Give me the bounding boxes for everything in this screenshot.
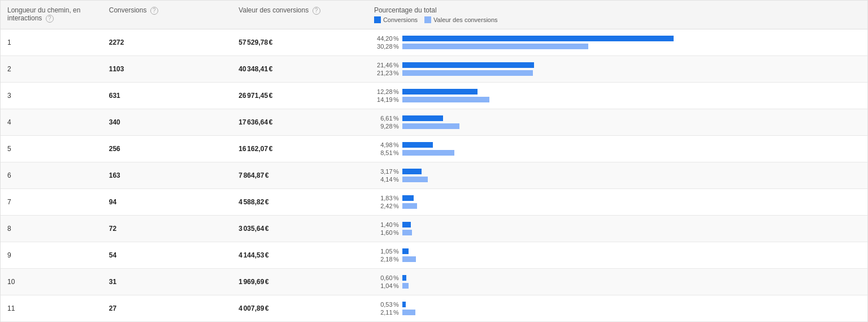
col-value-label: Valeur des conversions	[238, 6, 309, 14]
data-table: Longueur du chemin, en interactions ? Co…	[1, 1, 867, 322]
cell-length: 7	[1, 189, 102, 216]
val-pct-label: 30,28 %	[374, 43, 399, 50]
value-amount: 7 864,87 €	[238, 171, 268, 179]
col-conversions-help-icon[interactable]: ?	[150, 7, 158, 15]
conv-pct-label: 12,28 %	[374, 88, 399, 95]
val-bar-track	[402, 230, 861, 235]
table-row: 2110340 348,41 €21,46 %21,23 %	[1, 56, 867, 83]
cell-value: 4 588,82 €	[232, 189, 367, 216]
conv-bar-track	[402, 302, 861, 307]
bar-row-value: 1,60 %	[374, 229, 861, 236]
val-bar-fill	[402, 310, 415, 315]
table-row: 10311 969,69 €0,60 %1,04 %	[1, 269, 867, 295]
val-pct-label: 2,18 %	[374, 256, 399, 263]
cell-percentage: 44,20 %30,28 %	[367, 29, 867, 56]
val-bar-track	[402, 283, 861, 289]
bar-row-value: 2,18 %	[374, 256, 861, 263]
val-bar-track	[402, 123, 861, 129]
conv-bar-track	[402, 195, 861, 201]
bar-row-value: 2,11 %	[374, 309, 861, 316]
bar-container: 44,20 %30,28 %	[374, 35, 861, 50]
cell-length: 4	[1, 109, 102, 136]
cell-length: 10	[1, 269, 102, 295]
value-amount: 16 162,07 €	[238, 145, 272, 153]
bar-row-value: 1,04 %	[374, 282, 861, 289]
val-bar-fill	[402, 230, 412, 235]
cell-value: 26 971,45 €	[232, 83, 367, 109]
val-pct-label: 9,28 %	[374, 123, 399, 130]
cell-length: 8	[1, 216, 102, 242]
conv-bar-fill	[402, 142, 433, 148]
val-bar-fill	[402, 177, 428, 182]
table-row: 61637 864,87 €3,17 %4,14 %	[1, 162, 867, 189]
val-bar-track	[402, 97, 861, 102]
cell-percentage: 1,83 %2,42 %	[367, 189, 867, 216]
val-pct-label: 1,60 %	[374, 229, 399, 236]
val-pct-label: 1,04 %	[374, 282, 399, 289]
cell-percentage: 3,17 %4,14 %	[367, 162, 867, 189]
cell-conversions: 2272	[102, 29, 232, 56]
conv-pct-label: 4,98 %	[374, 141, 399, 148]
col-header-length: Longueur du chemin, en interactions ?	[1, 1, 102, 29]
conv-bar-track	[402, 115, 861, 121]
conversions-value: 31	[109, 278, 116, 286]
conv-bar-track	[402, 169, 861, 174]
val-pct-label: 2,42 %	[374, 203, 399, 209]
val-bar-track	[402, 177, 861, 182]
legend: Conversions Valeur des conversions	[374, 16, 861, 23]
val-bar-track	[402, 310, 861, 315]
val-bar-fill	[402, 150, 454, 156]
cell-conversions: 94	[102, 189, 232, 216]
bar-container: 4,98 %8,51 %	[374, 141, 861, 156]
cell-value: 40 348,41 €	[232, 56, 367, 83]
cell-value: 3 035,64 €	[232, 216, 367, 242]
cell-length: 3	[1, 83, 102, 109]
val-bar-fill	[402, 123, 459, 129]
bar-row-conversions: 21,46 %	[374, 62, 861, 68]
bar-row-conversions: 1,40 %	[374, 221, 861, 228]
conversions-value: 256	[109, 145, 120, 153]
value-amount: 3 035,64 €	[238, 225, 268, 233]
bar-row-conversions: 0,53 %	[374, 301, 861, 308]
val-pct-label: 4,14 %	[374, 176, 399, 183]
cell-percentage: 12,28 %14,19 %	[367, 83, 867, 109]
cell-conversions: 631	[102, 83, 232, 109]
legend-conversions: Conversions	[374, 16, 418, 23]
cell-percentage: 0,60 %1,04 %	[367, 269, 867, 295]
bar-container: 6,61 %9,28 %	[374, 115, 861, 130]
cell-value: 16 162,07 €	[232, 136, 367, 162]
cell-length: 5	[1, 136, 102, 162]
conv-bar-fill	[402, 248, 409, 254]
val-bar-track	[402, 150, 861, 156]
cell-conversions: 340	[102, 109, 232, 136]
legend-conversions-dot	[374, 16, 381, 23]
legend-value-label: Valeur des conversions	[433, 16, 498, 23]
bar-container: 12,28 %14,19 %	[374, 88, 861, 103]
bar-row-value: 30,28 %	[374, 43, 861, 50]
conv-bar-track	[402, 275, 861, 281]
cell-length: 1	[1, 29, 102, 56]
bar-row-conversions: 44,20 %	[374, 35, 861, 42]
table-row: 9544 144,53 €1,05 %2,18 %	[1, 242, 867, 269]
cell-value: 17 636,64 €	[232, 109, 367, 136]
col-value-help-icon[interactable]: ?	[313, 7, 320, 15]
table-header-row: Longueur du chemin, en interactions ? Co…	[1, 1, 867, 29]
val-bar-fill	[402, 203, 417, 209]
legend-value: Valeur des conversions	[424, 16, 498, 23]
cell-conversions: 163	[102, 162, 232, 189]
val-bar-track	[402, 44, 861, 49]
cell-length: 6	[1, 162, 102, 189]
value-amount: 4 588,82 €	[238, 198, 268, 206]
legend-value-dot	[424, 16, 431, 23]
cell-length: 11	[1, 295, 102, 322]
val-bar-fill	[402, 70, 533, 76]
conv-pct-label: 1,05 %	[374, 248, 399, 255]
val-pct-label: 14,19 %	[374, 96, 399, 103]
bar-row-value: 9,28 %	[374, 123, 861, 130]
col-length-label: Longueur du chemin, en interactions	[7, 6, 80, 22]
conv-bar-fill	[402, 222, 411, 227]
bar-row-value: 14,19 %	[374, 96, 861, 103]
bar-container: 1,83 %2,42 %	[374, 195, 861, 209]
col-length-help-icon[interactable]: ?	[46, 15, 54, 23]
cell-percentage: 21,46 %21,23 %	[367, 56, 867, 83]
